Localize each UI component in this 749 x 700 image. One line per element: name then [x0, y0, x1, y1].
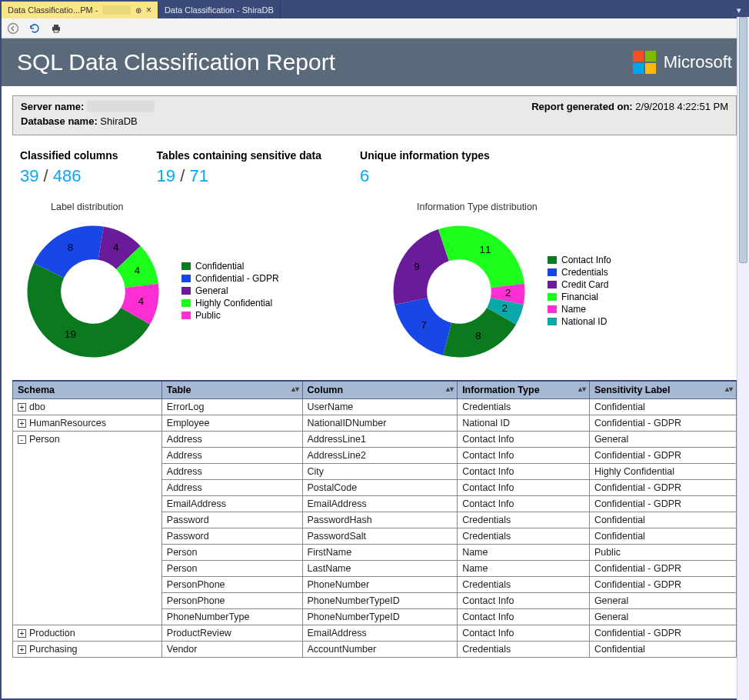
table-row[interactable]: +ProductionProductReviewEmailAddressCont…	[13, 625, 737, 642]
sort-icon[interactable]: ▴▾	[446, 385, 454, 393]
chart-slice[interactable]	[394, 229, 449, 305]
table-header[interactable]: Sensitivity Label▴▾	[589, 381, 736, 399]
expander-icon[interactable]: +	[18, 403, 26, 412]
refresh-icon[interactable]	[28, 22, 42, 35]
chart-slice[interactable]	[438, 226, 524, 288]
cell-label: Confidential - GDPR	[589, 625, 736, 642]
tab-overflow-dropdown[interactable]: ▾	[731, 2, 747, 18]
schema-cell: +Purchasing	[13, 642, 162, 658]
microsoft-squares-icon	[633, 51, 656, 74]
table-body: +dboErrorLogUserNameCredentialsConfident…	[13, 399, 737, 658]
table-row[interactable]: -PersonAddressAddressLine1Contact InfoGe…	[13, 432, 737, 448]
vertical-scrollbar[interactable]	[737, 17, 749, 700]
tab-active[interactable]: Data Classificatio...PM - xxx ⊕ ×	[2, 2, 158, 18]
table-row[interactable]: +HumanResourcesEmployeeNationalIDNumberN…	[13, 415, 737, 432]
legend-label: Credit Card	[561, 279, 608, 290]
stat-classified-label: Classified columns	[20, 149, 118, 162]
legend-label: National ID	[561, 316, 607, 327]
stat-tables-value: 19	[157, 166, 175, 185]
page-title: SQL Data Classification Report	[17, 49, 633, 75]
legend-item[interactable]: Confidential	[181, 261, 279, 272]
microsoft-logo: Microsoft	[633, 51, 732, 74]
chart-info-distribution: Information Type distribution 8791122 Co…	[386, 197, 729, 365]
cell-table: Person	[161, 561, 302, 577]
back-icon[interactable]	[6, 22, 20, 35]
legend-2: Contact InfoCredentialsCredit CardFinanc…	[548, 255, 611, 328]
legend-item[interactable]: Highly Confidential	[181, 298, 279, 308]
stat-classified-total: 486	[53, 166, 82, 185]
sort-icon[interactable]: ▴▾	[291, 385, 299, 393]
print-icon[interactable]	[49, 22, 63, 35]
legend-swatch	[548, 256, 557, 264]
cell-column: AddressLine1	[302, 432, 458, 448]
sort-icon[interactable]: ▴▾	[578, 385, 586, 393]
legend-swatch	[548, 293, 557, 301]
cell-column: LastName	[302, 561, 458, 577]
close-icon[interactable]: ×	[146, 5, 151, 15]
cell-label: Confidential	[589, 399, 736, 415]
cell-table: Person	[161, 545, 302, 561]
table-header[interactable]: Schema	[13, 381, 162, 399]
sort-icon[interactable]: ▴▾	[725, 385, 733, 393]
results-table-wrap: SchemaTable▴▾Column▴▾Information Type▴▾S…	[12, 380, 737, 658]
pin-icon[interactable]: ⊕	[135, 6, 141, 15]
table-header-row: SchemaTable▴▾Column▴▾Information Type▴▾S…	[13, 381, 737, 399]
legend-item[interactable]: General	[181, 285, 279, 296]
legend-swatch	[548, 281, 557, 288]
cell-info: Contact Info	[458, 480, 590, 496]
schema-cell: +dbo	[13, 399, 162, 415]
legend-item[interactable]: National ID	[548, 316, 611, 327]
legend-label: Name	[561, 304, 586, 315]
cell-label: General	[589, 432, 736, 448]
cell-label: General	[589, 609, 736, 625]
expander-icon[interactable]: +	[18, 629, 26, 638]
legend-label: Highly Confidential	[195, 298, 272, 308]
cell-column: City	[302, 464, 458, 480]
cell-info: Contact Info	[458, 448, 590, 464]
legend-item[interactable]: Credit Card	[548, 279, 611, 290]
chart-2-title: Information Type distribution	[417, 202, 729, 212]
stat-tables: Tables containing sensitive data 19 / 71	[157, 149, 321, 186]
stat-unique: Unique information types 6	[360, 149, 490, 186]
scrollbar-thumb[interactable]	[739, 17, 747, 263]
legend-label: Confidential - GDPR	[195, 273, 279, 284]
cell-column: PasswordSalt	[302, 528, 458, 545]
cell-info: Credentials	[458, 399, 590, 415]
expander-icon[interactable]: -	[18, 435, 26, 444]
generated-value: 2/9/2018 4:22:51 PM	[635, 101, 728, 112]
legend-swatch	[548, 318, 557, 325]
cell-table: Password	[161, 512, 302, 528]
expander-icon[interactable]: +	[18, 419, 26, 428]
table-header[interactable]: Information Type▴▾	[458, 381, 590, 399]
cell-column: PhoneNumberTypeID	[302, 609, 458, 625]
donut-chart-1: 198444	[20, 218, 166, 365]
legend-item[interactable]: Credentials	[548, 267, 611, 278]
legend-item[interactable]: Contact Info	[548, 255, 611, 265]
table-header[interactable]: Column▴▾	[302, 381, 458, 399]
schema-text: Production	[29, 628, 75, 638]
cell-info: Contact Info	[458, 496, 590, 512]
chart-slice-label: 8	[68, 242, 73, 253]
legend-item[interactable]: Name	[548, 304, 611, 315]
table-row[interactable]: +dboErrorLogUserNameCredentialsConfident…	[13, 399, 737, 415]
chart-slice-label: 4	[113, 242, 118, 253]
legend-label: General	[195, 285, 228, 296]
legend-item[interactable]: Confidential - GDPR	[181, 273, 279, 284]
charts-row: Label distribution 198444 ConfidentialCo…	[2, 194, 747, 372]
table-header[interactable]: Table▴▾	[161, 381, 302, 399]
donut-chart-2: 8791122	[386, 218, 532, 365]
stat-classified-value: 39	[20, 166, 38, 185]
tab-inactive[interactable]: Data Classification - ShiraDB	[158, 2, 281, 18]
expander-icon[interactable]: +	[18, 645, 26, 654]
legend-item[interactable]: Public	[181, 310, 279, 321]
legend-1: ConfidentialConfidential - GDPRGeneralHi…	[181, 261, 279, 322]
cell-column: EmailAddress	[302, 496, 458, 512]
table-row[interactable]: +PurchasingVendorAccountNumberCredential…	[13, 642, 737, 658]
cell-column: PhoneNumber	[302, 577, 458, 593]
chart-1-title: Label distribution	[51, 202, 363, 212]
cell-label: Public	[589, 545, 736, 561]
chart-label-distribution: Label distribution 198444 ConfidentialCo…	[20, 197, 363, 365]
legend-item[interactable]: Financial	[548, 292, 611, 302]
cell-info: Credentials	[458, 512, 590, 528]
cell-table: ProductReview	[161, 625, 302, 642]
